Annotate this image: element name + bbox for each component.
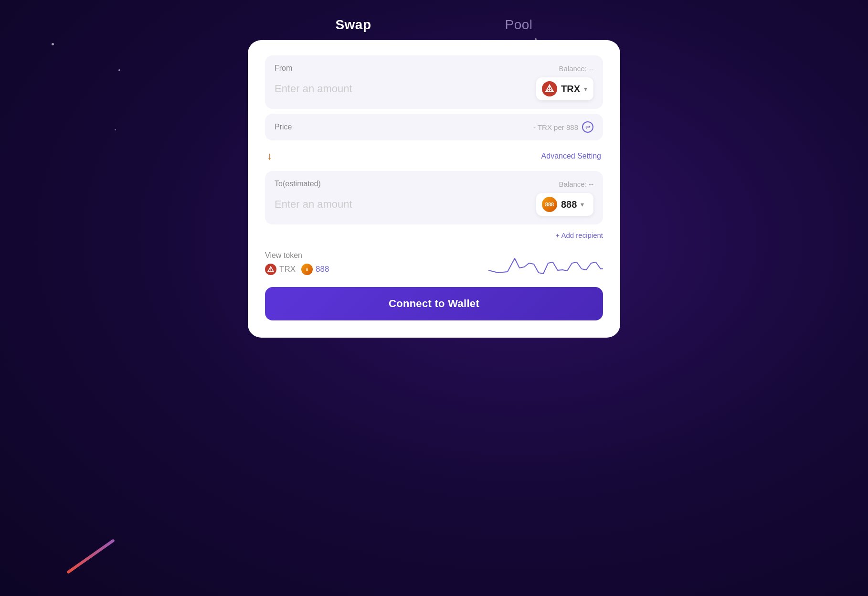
eee-badge-label: 888	[316, 265, 329, 274]
swap-card: From Balance: -- TRX ▾ Price	[248, 40, 620, 338]
trx-token-badge[interactable]: TRX	[265, 264, 296, 275]
price-value-text: - TRX per 888	[533, 123, 578, 131]
from-label-row: From Balance: --	[275, 64, 593, 73]
star-decoration	[118, 69, 120, 71]
trx-icon	[542, 81, 557, 96]
arrow-down-icon[interactable]: ↓	[267, 150, 272, 162]
trx-badge-label: TRX	[279, 265, 296, 274]
add-recipient-row: + Add recipient	[265, 229, 603, 245]
add-recipient-link[interactable]: + Add recipient	[555, 231, 603, 239]
main-nav: Swap Pool	[335, 17, 532, 32]
to-label-row: To(estimated) Balance: --	[275, 180, 593, 188]
advanced-setting-link[interactable]: Advanced Setting	[541, 152, 601, 160]
price-chart	[488, 249, 603, 277]
connect-wallet-button[interactable]: Connect to Wallet	[265, 287, 603, 320]
swap-direction-icon[interactable]: ⇌	[582, 121, 593, 133]
from-section: From Balance: -- TRX ▾	[265, 55, 603, 109]
to-label: To(estimated)	[275, 180, 321, 188]
star-decoration	[115, 129, 116, 130]
to-amount-input[interactable]	[275, 198, 536, 211]
from-token-selector[interactable]: TRX ▾	[536, 77, 593, 100]
to-chevron-icon: ▾	[581, 201, 584, 208]
from-label: From	[275, 64, 292, 73]
nav-swap[interactable]: Swap	[335, 17, 371, 32]
to-balance: Balance: --	[559, 180, 593, 188]
from-amount-input[interactable]	[275, 83, 536, 95]
view-token-section: View token TRX 8 888	[265, 251, 329, 275]
decorative-line	[66, 539, 115, 574]
token-badges: TRX 8 888	[265, 264, 329, 275]
to-token-selector[interactable]: 888 888 ▾	[536, 193, 593, 216]
price-value-row: - TRX per 888 ⇌	[533, 121, 593, 133]
eee-icon: 888	[542, 197, 557, 212]
price-label: Price	[275, 123, 292, 131]
from-input-row: TRX ▾	[275, 77, 593, 100]
from-chevron-icon: ▾	[584, 85, 587, 93]
star-decoration	[52, 43, 54, 45]
to-input-row: 888 888 ▾	[275, 193, 593, 216]
price-section: Price - TRX per 888 ⇌	[265, 114, 603, 140]
from-balance: Balance: --	[559, 64, 593, 73]
sm-trx-icon	[265, 264, 276, 275]
to-token-name: 888	[561, 199, 577, 210]
to-section: To(estimated) Balance: -- 888 888 ▾	[265, 171, 603, 224]
eee-token-badge[interactable]: 8 888	[301, 264, 329, 275]
sm-eee-icon: 8	[301, 264, 313, 275]
from-token-name: TRX	[561, 84, 580, 95]
view-token-label: View token	[265, 251, 329, 260]
nav-pool[interactable]: Pool	[505, 17, 533, 32]
bottom-area: View token TRX 8 888	[265, 245, 603, 287]
mid-row: ↓ Advanced Setting	[265, 145, 603, 167]
